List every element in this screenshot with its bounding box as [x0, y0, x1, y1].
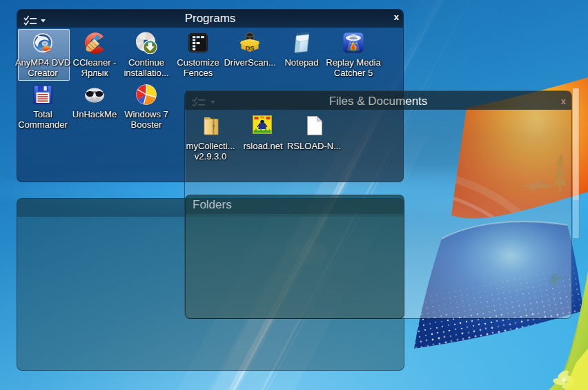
- svg-text:DS: DS: [245, 44, 254, 52]
